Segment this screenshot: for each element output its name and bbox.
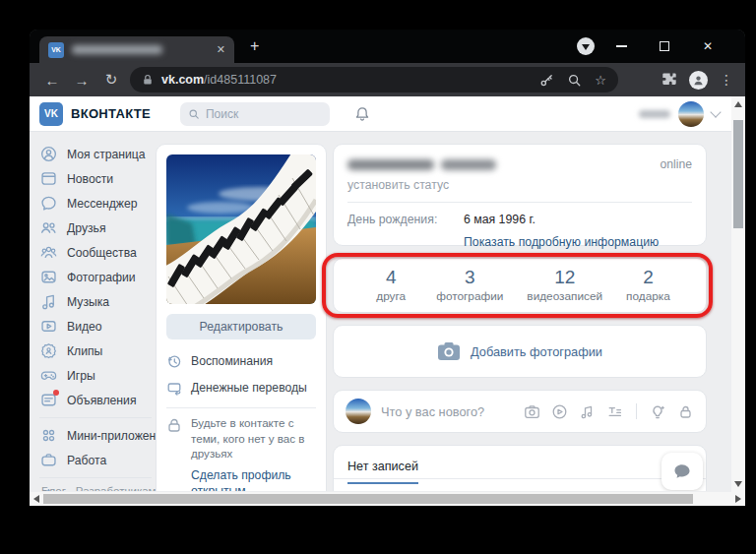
header-avatar[interactable] <box>678 101 704 127</box>
idea-bulb-icon[interactable] <box>650 403 666 420</box>
vk-logo[interactable]: VK <box>39 102 63 126</box>
music-icon <box>39 292 58 311</box>
counter-value: 12 <box>527 268 602 288</box>
vk-wordmark[interactable]: ВКОНТАКТЕ <box>71 106 151 121</box>
vk-favicon: VK <box>48 42 64 58</box>
sidebar-footer-links[interactable]: БлогРазработчикам <box>41 485 165 491</box>
attach-photo-icon[interactable] <box>524 403 540 420</box>
search-input[interactable]: Поиск <box>180 102 330 126</box>
notifications-bell-icon[interactable] <box>353 105 371 123</box>
counter-gifts[interactable]: 2 подарка <box>626 268 670 303</box>
profile-name-blurred <box>347 159 434 170</box>
sidebar-item-messenger[interactable]: Мессенджер <box>39 191 152 215</box>
horizontal-scroll-thumb[interactable] <box>43 494 693 504</box>
add-photos-card[interactable]: Добавить фотографии <box>333 325 707 378</box>
composer-avatar[interactable] <box>346 399 371 424</box>
footer-developers-link[interactable]: Разработчикам <box>76 485 157 491</box>
new-tab-button[interactable]: + <box>250 37 259 55</box>
minimize-button[interactable] <box>604 30 638 63</box>
chrome-menu-icon[interactable]: ⋮ <box>720 72 733 88</box>
sidebar-label: Фотографии <box>67 271 136 284</box>
sidebar-item-communities[interactable]: Сообщества <box>39 240 152 265</box>
browser-tab[interactable]: VK ✕ <box>39 36 234 63</box>
reload-icon[interactable]: ↻ <box>96 71 126 89</box>
lock-icon <box>166 417 182 433</box>
forward-icon[interactable]: → <box>67 72 96 89</box>
money-transfers-link[interactable]: Денежные переводы <box>166 374 316 400</box>
memories-link[interactable]: Воспоминания <box>166 347 316 374</box>
bookmark-star-icon[interactable]: ☆ <box>595 73 606 88</box>
sidebar-label: Мини-приложения <box>67 429 169 443</box>
tab-no-posts[interactable]: Нет записей <box>347 460 418 484</box>
scroll-left-arrow[interactable] <box>33 495 39 503</box>
work-icon <box>39 451 58 469</box>
chrome-update-icon[interactable] <box>577 37 595 55</box>
sidebar-item-my-page[interactable]: Моя страница <box>39 142 152 166</box>
attach-music-icon[interactable] <box>579 403 596 420</box>
scroll-down-arrow[interactable] <box>734 481 742 487</box>
sidebar-item-miniapps[interactable]: Мини-приложения <box>39 423 152 448</box>
url-domain: vk.com <box>161 73 204 87</box>
sidebar-label: Объявления <box>67 394 137 407</box>
zoom-icon[interactable] <box>567 73 582 88</box>
extensions-puzzle-icon[interactable] <box>660 71 677 89</box>
profile-photo[interactable] <box>166 154 316 304</box>
privacy-note: Будьте в контакте с теми, кого нет у вас… <box>191 415 316 462</box>
messages-floating-button[interactable] <box>662 453 703 490</box>
maximize-button[interactable] <box>648 30 681 63</box>
url-path: /id485111087 <box>204 73 277 87</box>
composer-input[interactable]: Что у вас нового? <box>381 404 484 419</box>
sidebar-item-video[interactable]: Видео <box>39 314 152 339</box>
attach-video-icon[interactable] <box>551 403 568 420</box>
scroll-up-arrow[interactable] <box>734 101 742 107</box>
counter-photos[interactable]: 3 фотографии <box>436 268 503 303</box>
counter-friends[interactable]: 4 друга <box>369 268 412 303</box>
vertical-scrollbar[interactable] <box>731 96 745 492</box>
sidebar-item-work[interactable]: Работа <box>39 448 152 472</box>
horizontal-scrollbar[interactable] <box>30 492 745 506</box>
memories-clock-icon <box>166 353 182 369</box>
counter-videos[interactable]: 12 видеозаписей <box>527 268 602 303</box>
set-status-link[interactable]: установить статус <box>347 178 692 192</box>
footer-blog-link[interactable]: Блог <box>41 485 66 491</box>
sidebar-label: Мессенджер <box>67 197 138 211</box>
chrome-profile-icon[interactable] <box>689 71 708 90</box>
chevron-down-icon[interactable] <box>710 106 721 117</box>
back-icon[interactable]: ← <box>37 72 67 89</box>
money-transfer-icon <box>166 380 182 396</box>
privacy-lock-icon[interactable] <box>677 403 694 420</box>
sidebar-item-ads[interactable]: Объявления <box>39 388 152 412</box>
make-profile-open-link[interactable]: Сделать профиль открытым <box>191 467 316 491</box>
sidebar-item-photos[interactable]: Фотографии <box>39 265 152 289</box>
sidebar-item-games[interactable]: Игры <box>39 363 152 388</box>
sidebar-item-friends[interactable]: Друзья <box>39 215 152 240</box>
address-bar[interactable]: vk.com/id485111087 ☆ <box>130 67 618 92</box>
camera-icon <box>437 341 461 361</box>
birthday-value[interactable]: 6 мая 1996 г. <box>464 213 536 226</box>
sidebar-item-music[interactable]: Музыка <box>39 289 152 314</box>
video-icon <box>39 317 58 336</box>
message-bubble-icon <box>673 463 691 480</box>
vertical-scroll-thumb[interactable] <box>733 120 743 228</box>
sidebar-label: Работа <box>67 454 106 467</box>
key-icon[interactable] <box>539 73 554 88</box>
sidebar-item-clips[interactable]: Клипы <box>39 339 152 363</box>
scroll-right-arrow[interactable] <box>735 495 741 503</box>
show-details-link[interactable]: Показать подробную информацию <box>464 235 659 249</box>
browser-titlebar: VK ✕ + ✕ <box>30 30 745 63</box>
counter-label: друга <box>369 289 412 303</box>
edit-profile-button[interactable]: Редактировать <box>166 314 316 339</box>
url-text: vk.com/id485111087 <box>161 73 277 87</box>
wall-divider <box>334 478 706 479</box>
sidebar-label: Моя страница <box>67 148 146 161</box>
browser-toolbar: ← → ↻ vk.com/id485111087 <box>30 63 745 96</box>
tab-close-icon[interactable]: ✕ <box>217 44 225 55</box>
sidebar-label: Музыка <box>67 295 109 309</box>
memories-label: Воспоминания <box>191 354 273 368</box>
close-button[interactable]: ✕ <box>691 30 724 63</box>
notification-dot <box>53 390 59 396</box>
miniapps-icon <box>39 426 58 445</box>
attach-article-icon[interactable] <box>606 403 623 420</box>
counter-label: видеозаписей <box>527 289 602 303</box>
sidebar-item-news[interactable]: Новости <box>39 166 152 191</box>
